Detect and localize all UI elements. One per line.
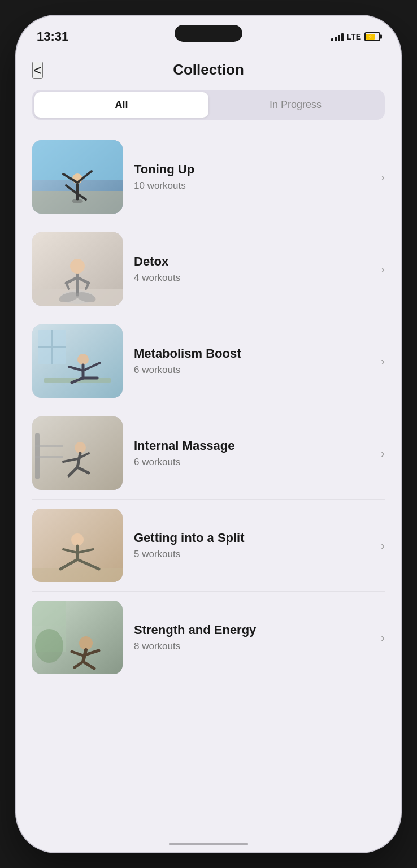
collection-name: Toning Up (134, 162, 370, 177)
chevron-right-icon: › (381, 171, 385, 184)
collection-name: Strength and Energy (134, 623, 370, 637)
collection-name: Internal Massage (134, 439, 370, 453)
home-indicator (169, 843, 248, 845)
page-title: Collection (32, 61, 385, 79)
svg-point-44 (71, 533, 84, 546)
back-button[interactable]: < (32, 62, 43, 79)
chevron-right-icon: › (381, 355, 385, 368)
collection-thumbnail (32, 601, 123, 674)
collection-thumbnail (32, 232, 123, 306)
header: < Collection (16, 50, 401, 88)
list-item[interactable]: Getting into a Split 5 workouts › (32, 500, 385, 592)
collection-count: 5 workouts (134, 549, 370, 560)
collection-thumbnail (32, 140, 123, 214)
lte-label: LTE (347, 32, 361, 41)
collection-info: Toning Up 10 workouts (134, 162, 370, 192)
collection-info: Getting into a Split 5 workouts (134, 531, 370, 560)
collection-info: Internal Massage 6 workouts (134, 439, 370, 468)
collection-info: Metabolism Boost 6 workouts (134, 346, 370, 376)
battery-icon: ⚡ (364, 32, 380, 41)
collection-name: Getting into a Split (134, 531, 370, 545)
screen: < Collection All In Progress (16, 50, 401, 852)
svg-rect-35 (35, 456, 63, 458)
tab-in-progress[interactable]: In Progress (208, 92, 383, 118)
svg-point-26 (77, 354, 89, 365)
svg-rect-34 (35, 445, 63, 447)
dynamic-island (175, 25, 242, 42)
list-item[interactable]: Strength and Energy 8 workouts › (32, 592, 385, 683)
collection-count: 6 workouts (134, 457, 370, 468)
chevron-right-icon: › (381, 631, 385, 644)
svg-point-36 (75, 442, 86, 453)
status-right: LTE ⚡ (331, 32, 380, 41)
chevron-right-icon: › (381, 447, 385, 460)
collection-name: Metabolism Boost (134, 346, 370, 361)
svg-point-54 (79, 636, 93, 650)
svg-point-14 (70, 259, 85, 274)
collection-count: 6 workouts (134, 364, 370, 376)
collection-info: Detox 4 workouts (134, 254, 370, 284)
chevron-right-icon: › (381, 539, 385, 552)
svg-rect-52 (32, 601, 66, 626)
collection-thumbnail (32, 509, 123, 582)
collection-info: Strength and Energy 8 workouts (134, 623, 370, 652)
svg-rect-43 (32, 568, 123, 582)
signal-icon (331, 32, 344, 41)
list-item[interactable]: Internal Massage 6 workouts › (32, 407, 385, 500)
tab-bar: All In Progress (32, 90, 385, 120)
svg-point-53 (35, 629, 63, 663)
list-item[interactable]: Detox 4 workouts › (32, 223, 385, 315)
phone-frame: 13:31 LTE ⚡ < Collection All (16, 16, 401, 852)
collection-count: 8 workouts (134, 641, 370, 652)
status-time: 13:31 (37, 29, 68, 44)
list-item[interactable]: Metabolism Boost 6 workouts › (32, 315, 385, 407)
chevron-right-icon: › (381, 263, 385, 276)
collection-thumbnail (32, 416, 123, 490)
svg-rect-32 (32, 416, 123, 490)
collection-count: 4 workouts (134, 272, 370, 284)
collection-name: Detox (134, 254, 370, 269)
collection-list: Toning Up 10 workouts › (16, 131, 401, 683)
tab-all[interactable]: All (34, 92, 208, 118)
collection-count: 10 workouts (134, 180, 370, 192)
collection-thumbnail (32, 324, 123, 398)
list-item[interactable]: Toning Up 10 workouts › (32, 131, 385, 223)
